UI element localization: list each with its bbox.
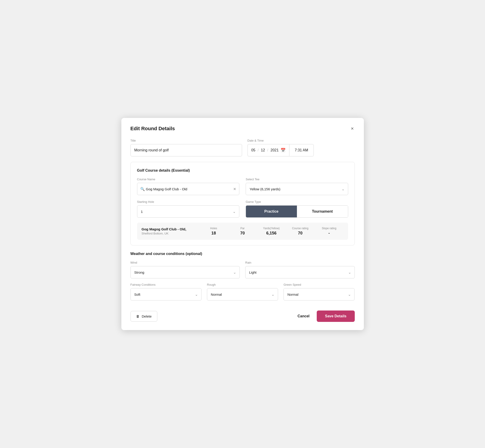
- course-rating-value: 70: [286, 231, 315, 236]
- hole-gametype-row: Starting Hole 1 10 ⌄ Game Type Practice …: [137, 200, 348, 218]
- holes-value: 18: [199, 231, 228, 236]
- rough-group: Rough Normal Soft Hard ⌄: [207, 283, 278, 301]
- modal-title: Edit Round Details: [130, 126, 175, 132]
- wind-rain-row: Wind Strong Moderate Light None ⌄ Rain L…: [130, 261, 355, 278]
- datetime-group: 05 / 12 / 2021 📅 7:31 AM: [248, 144, 314, 156]
- game-type-label: Game Type: [246, 200, 348, 203]
- course-info-location: Shelford Bottom, UK: [142, 232, 199, 235]
- edit-round-modal: Edit Round Details × Title Date & Time 0…: [121, 118, 364, 330]
- course-info-name-group: Gog Magog Golf Club - Old, Shelford Bott…: [142, 227, 199, 235]
- holes-label: Holes: [199, 227, 228, 230]
- green-speed-select-wrap: Normal Fast Slow ⌄: [283, 288, 355, 301]
- course-name-label: Course Name: [137, 177, 240, 181]
- close-button[interactable]: ×: [350, 125, 355, 132]
- starting-hole-wrap: 1 10 ⌄: [137, 205, 240, 218]
- date-field[interactable]: 05 / 12 / 2021 📅: [248, 144, 289, 156]
- title-input[interactable]: [130, 144, 242, 156]
- rain-select[interactable]: Light Moderate Heavy None: [245, 266, 355, 278]
- course-rating-label: Course rating: [286, 227, 315, 230]
- footer-right: Cancel Save Details: [298, 311, 355, 322]
- rough-select[interactable]: Normal Soft Hard: [207, 288, 278, 301]
- fairway-select[interactable]: Soft Normal Hard: [130, 288, 202, 301]
- stat-yards: Yards(Yellow) 6,156: [257, 227, 286, 236]
- title-field-group: Title: [130, 139, 242, 156]
- title-label: Title: [130, 139, 242, 142]
- delete-button[interactable]: 🗑 Delete: [130, 311, 157, 322]
- delete-label: Delete: [142, 314, 152, 318]
- starting-hole-select[interactable]: 1 10: [137, 205, 240, 218]
- date-slash-2: /: [267, 148, 268, 152]
- stat-course-rating: Course rating 70: [286, 227, 315, 236]
- course-info-name: Gog Magog Golf Club - Old,: [142, 227, 199, 231]
- rain-group: Rain Light Moderate Heavy None ⌄: [245, 261, 355, 278]
- rain-select-wrap: Light Moderate Heavy None ⌄: [245, 266, 355, 278]
- slope-rating-value: -: [315, 231, 344, 236]
- par-value: 70: [228, 231, 257, 236]
- select-tee-input[interactable]: Yellow (6,156 yards) White Red: [246, 183, 348, 195]
- course-name-input-wrap: 🔍 ✕: [137, 183, 240, 195]
- slope-rating-label: Slope rating: [315, 227, 344, 230]
- select-tee-group: Select Tee Yellow (6,156 yards) White Re…: [246, 177, 348, 195]
- search-icon: 🔍: [140, 187, 145, 191]
- time-value: 7:31 AM: [295, 148, 308, 152]
- top-row: Title Date & Time 05 / 12 / 2021 📅 7:31 …: [130, 139, 355, 156]
- game-type-group: Game Type Practice Tournament: [246, 200, 348, 218]
- trash-icon: 🗑: [136, 314, 140, 318]
- green-speed-group: Green Speed Normal Fast Slow ⌄: [283, 283, 355, 301]
- footer-row: 🗑 Delete Cancel Save Details: [130, 307, 355, 322]
- stat-par: Par 70: [228, 227, 257, 236]
- practice-button[interactable]: Practice: [246, 206, 297, 217]
- yards-value: 6,156: [257, 231, 286, 236]
- golf-course-section: Golf Course details (Essential) Course N…: [130, 162, 355, 245]
- cancel-button[interactable]: Cancel: [298, 314, 309, 318]
- rough-select-wrap: Normal Soft Hard ⌄: [207, 288, 278, 301]
- golf-course-section-title: Golf Course details (Essential): [137, 168, 348, 173]
- course-info-box: Gog Magog Golf Club - Old, Shelford Bott…: [137, 223, 348, 240]
- course-name-group: Course Name 🔍 ✕: [137, 177, 240, 195]
- green-speed-label: Green Speed: [283, 283, 355, 286]
- datetime-field-group: Date & Time 05 / 12 / 2021 📅 7:31 AM: [248, 139, 314, 156]
- wind-group: Wind Strong Moderate Light None ⌄: [130, 261, 240, 278]
- select-tee-wrap: Yellow (6,156 yards) White Red ⌄: [246, 183, 348, 195]
- course-row: Course Name 🔍 ✕ Select Tee Yellow (6,156…: [137, 177, 348, 195]
- starting-hole-group: Starting Hole 1 10 ⌄: [137, 200, 240, 218]
- fairway-select-wrap: Soft Normal Hard ⌄: [130, 288, 202, 301]
- clear-icon[interactable]: ✕: [233, 187, 236, 191]
- wind-select[interactable]: Strong Moderate Light None: [130, 266, 240, 278]
- modal-header: Edit Round Details ×: [130, 125, 355, 132]
- select-tee-label: Select Tee: [246, 177, 348, 181]
- par-label: Par: [228, 227, 257, 230]
- stat-slope-rating: Slope rating -: [315, 227, 344, 236]
- game-type-toggle: Practice Tournament: [246, 205, 348, 218]
- rain-label: Rain: [245, 261, 355, 264]
- date-year: 2021: [270, 148, 279, 152]
- date-slash-1: /: [258, 148, 259, 152]
- yards-label: Yards(Yellow): [257, 227, 286, 230]
- calendar-icon: 📅: [281, 148, 285, 153]
- green-speed-select[interactable]: Normal Fast Slow: [283, 288, 355, 301]
- wind-label: Wind: [130, 261, 240, 264]
- weather-section: Weather and course conditions (optional)…: [130, 252, 355, 301]
- fairway-group: Fairway Conditions Soft Normal Hard ⌄: [130, 283, 202, 301]
- save-button[interactable]: Save Details: [317, 311, 355, 322]
- tournament-button[interactable]: Tournament: [297, 206, 348, 217]
- weather-title: Weather and course conditions (optional): [130, 252, 355, 256]
- fairway-label: Fairway Conditions: [130, 283, 202, 286]
- course-name-input[interactable]: [137, 183, 240, 195]
- stat-holes: Holes 18: [199, 227, 228, 236]
- wind-select-wrap: Strong Moderate Light None ⌄: [130, 266, 240, 278]
- conditions-row: Fairway Conditions Soft Normal Hard ⌄ Ro…: [130, 283, 355, 301]
- date-month: 05: [251, 148, 256, 152]
- datetime-label: Date & Time: [248, 139, 314, 142]
- date-day: 12: [261, 148, 265, 152]
- time-field[interactable]: 7:31 AM: [289, 144, 314, 156]
- starting-hole-label: Starting Hole: [137, 200, 240, 203]
- rough-label: Rough: [207, 283, 278, 286]
